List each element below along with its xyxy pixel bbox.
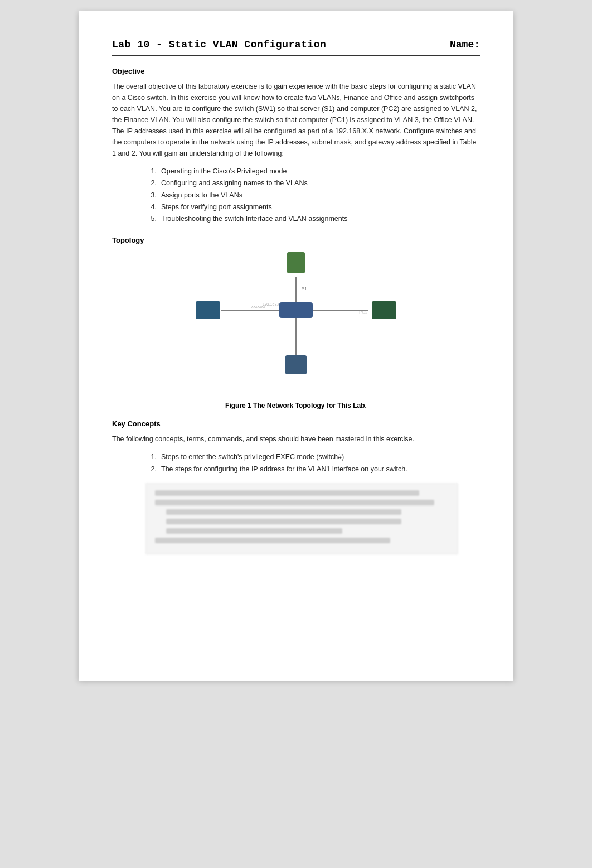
server-icon bbox=[287, 252, 305, 273]
figure-caption: Figure 1 The Network Topology for This L… bbox=[112, 402, 480, 409]
pc2-icon bbox=[372, 301, 396, 319]
svg-text:xxxxxxx: xxxxxxx bbox=[251, 305, 265, 308]
blurred-line bbox=[166, 528, 342, 534]
pc2-device bbox=[372, 301, 396, 319]
network-diagram: S1 SW1 PC1 PC2 PC3 192.168.x.x xxxxxxx bbox=[112, 252, 480, 397]
key-concepts-list: 1. Steps to enter the switch's privilege… bbox=[112, 451, 480, 475]
pc3-device bbox=[285, 355, 307, 374]
list-item: 3. Assign ports to the VLANs bbox=[145, 190, 480, 201]
list-item: 2. The steps for configuring the IP addr… bbox=[145, 464, 480, 475]
page: Lab 10 - Static VLAN Configuration Name:… bbox=[79, 11, 513, 681]
diagram-lines: S1 SW1 PC1 PC2 PC3 192.168.x.x xxxxxxx bbox=[179, 252, 413, 397]
blurred-content-block bbox=[145, 483, 458, 554]
blurred-line bbox=[166, 519, 401, 524]
blurred-line bbox=[155, 500, 434, 505]
objective-section: Objective The overall objective of this … bbox=[112, 67, 480, 225]
switch-icon bbox=[279, 302, 313, 318]
list-item: 1. Steps to enter the switch's privilege… bbox=[145, 451, 480, 463]
blurred-line bbox=[155, 490, 419, 496]
server-device bbox=[287, 252, 305, 273]
objective-label: Objective bbox=[112, 67, 480, 75]
svg-text:PC2: PC2 bbox=[359, 310, 368, 315]
list-item: 2. Configuring and assigning names to th… bbox=[145, 177, 480, 189]
switch-device bbox=[279, 302, 313, 318]
key-concepts-label: Key Concepts bbox=[112, 419, 480, 428]
topology-label: Topology bbox=[112, 236, 480, 244]
diagram-container: S1 SW1 PC1 PC2 PC3 192.168.x.x xxxxxxx bbox=[179, 252, 413, 397]
pc3-icon bbox=[285, 355, 307, 374]
list-item: 4. Steps for verifying port assignments bbox=[145, 201, 480, 213]
objective-paragraph: The overall objective of this laboratory… bbox=[112, 81, 480, 159]
blurred-line bbox=[166, 509, 401, 515]
objective-list: 1. Operating in the Cisco's Privileged m… bbox=[112, 166, 480, 225]
blurred-line bbox=[155, 538, 390, 543]
list-item: 1. Operating in the Cisco's Privileged m… bbox=[145, 166, 480, 177]
name-label: Name: bbox=[450, 39, 480, 50]
topology-section: Topology S1 SW1 bbox=[112, 236, 480, 409]
pc1-device bbox=[196, 301, 220, 319]
page-title: Lab 10 - Static VLAN Configuration bbox=[112, 39, 326, 50]
svg-text:S1: S1 bbox=[302, 286, 307, 291]
page-header: Lab 10 - Static VLAN Configuration Name: bbox=[112, 39, 480, 56]
key-concepts-intro: The following concepts, terms, commands,… bbox=[112, 433, 480, 445]
list-item: 5. Troubleshooting the switch Interface … bbox=[145, 213, 480, 225]
key-concepts-section: Key Concepts The following concepts, ter… bbox=[112, 419, 480, 554]
pc1-icon bbox=[196, 301, 220, 319]
